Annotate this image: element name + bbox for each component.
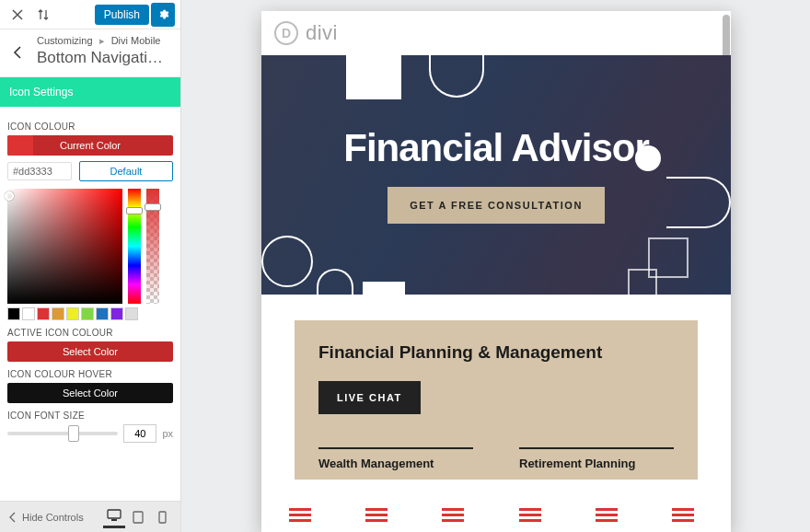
active-icon-colour-label: ACTIVE ICON COLOUR [7,328,173,338]
icon-font-size-label: ICON FONT SIZE [7,411,173,421]
font-size-unit: px [162,428,173,439]
icon-colour-label: ICON COLOUR [7,121,173,132]
device-mobile-icon[interactable] [151,506,173,528]
preview-frame: D divi Financial Advisor GET A FREE CONS… [261,11,731,532]
nav-item[interactable] [568,497,644,532]
breadcrumb-parent: Divi Mobile [111,35,161,46]
alpha-slider[interactable] [146,189,159,304]
default-button[interactable]: Default [79,161,173,181]
hero-section: Financial Advisor GET A FREE CONSULTATIO… [261,55,731,295]
color-swatch[interactable] [96,307,109,320]
service-title: Wealth Management [318,457,473,470]
gear-icon[interactable] [151,3,175,27]
hue-slider[interactable] [128,189,141,304]
swatch-row [7,307,173,320]
publish-button[interactable]: Publish [95,5,149,25]
icon-colour-hover-button[interactable]: Select Color [7,383,173,403]
divider [519,447,674,449]
deco-pill-icon [429,55,484,98]
font-size-input[interactable] [123,424,156,443]
content-section: Financial Planning & Management LIVE CHA… [295,320,698,480]
svg-rect-2 [133,512,143,523]
hex-input[interactable] [7,162,72,180]
breadcrumb-sep: ▸ [99,35,105,46]
icon-colour-bar-text: Current Color [60,140,121,151]
color-picker [7,189,173,304]
panel-body: ICON COLOUR Current Color Default ACTIVE… [0,107,180,501]
device-tablet-icon[interactable] [127,506,149,528]
deco-halfpill-icon [317,269,353,295]
service-card: Retirement Planning [519,447,674,470]
svg-rect-0 [108,510,121,518]
preview-area: D divi Financial Advisor GET A FREE CONS… [182,0,810,532]
svg-rect-3 [159,512,166,523]
hide-controls-button[interactable]: Hide Controls [7,512,84,523]
logo-icon: D [274,21,298,45]
nav-item[interactable] [645,497,722,532]
color-swatch[interactable] [81,307,94,320]
panel-header: Publish [0,0,180,29]
close-icon[interactable] [6,3,29,27]
panel-footer: Hide Controls [0,501,180,532]
nav-item[interactable] [492,497,568,532]
deco-shape-icon [666,177,731,228]
breadcrumb-root: Customizing [37,35,93,46]
swap-icon[interactable] [31,3,55,27]
nav-item[interactable] [338,497,414,532]
color-swatch[interactable] [125,307,138,320]
icon-colour-swatch [7,135,33,156]
device-desktop-icon[interactable] [103,506,125,528]
cta-button[interactable]: GET A FREE CONSULTATION [388,187,605,224]
hero-title: Financial Advisor [343,126,649,170]
icon-colour-hover-label: ICON COLOUR HOVER [7,369,173,379]
site-header: D divi [261,11,731,55]
color-swatch[interactable] [37,307,50,320]
service-card: Wealth Management [318,447,473,470]
subsection-label: Icon Settings [0,77,180,107]
nav-item[interactable] [261,497,338,532]
color-swatch[interactable] [110,307,123,320]
svg-rect-1 [111,519,117,521]
font-size-slider[interactable] [7,432,118,435]
deco-square-icon [346,55,401,99]
deco-square-outline-icon [628,269,657,295]
saturation-value-area[interactable] [7,189,122,304]
live-chat-button[interactable]: LIVE CHAT [318,381,421,414]
deco-square-outline-icon [648,237,688,278]
hide-controls-label: Hide Controls [22,512,84,523]
chevron-left-icon [7,512,18,523]
color-swatch[interactable] [66,307,79,320]
customizer-panel: Publish Customizing ▸ Divi Mobile Bottom… [0,0,181,532]
deco-circle-icon [261,236,313,287]
back-button[interactable] [7,42,28,63]
breadcrumb: Customizing ▸ Divi Mobile [0,29,180,49]
site-logo-text: divi [306,21,338,45]
active-icon-colour-button[interactable]: Select Color [7,341,173,362]
section-heading: Financial Planning & Management [318,342,674,363]
service-title: Retirement Planning [519,457,674,470]
deco-square-icon [363,282,405,295]
services-row: Wealth Management Retirement Planning [318,447,674,470]
icon-colour-current[interactable]: Current Color [7,135,173,156]
nav-item[interactable] [415,497,492,532]
bottom-navigation [261,497,722,532]
color-swatch[interactable] [7,307,20,320]
color-swatch[interactable] [52,307,64,320]
divider [318,447,473,449]
color-swatch[interactable] [22,307,35,320]
